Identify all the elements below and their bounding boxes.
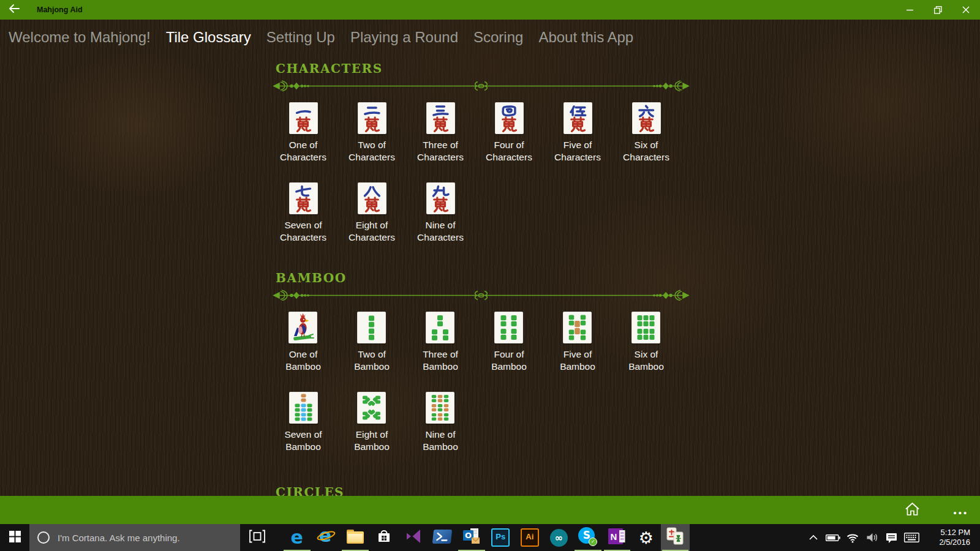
taskbar-app-visual-studio[interactable] (399, 524, 428, 551)
tile-image (426, 312, 454, 343)
tile-six-of-bamboo[interactable]: Six ofBamboo (628, 312, 664, 372)
taskbar-app-arduino[interactable]: ∞ (545, 524, 574, 551)
tile-label: One ofCharacters (280, 139, 326, 163)
taskbar-app-powershell[interactable] (428, 524, 458, 551)
section-divider (271, 80, 691, 91)
back-button[interactable] (0, 0, 28, 20)
taskbar-app-outlook[interactable]: O (457, 524, 486, 551)
ellipsis-icon: ••• (954, 508, 969, 518)
taskbar-app-mahjong-aid[interactable] (661, 524, 690, 551)
tile-five-of-characters[interactable]: Five ofCharacters (554, 102, 601, 163)
command-bar: ••• (0, 496, 980, 524)
search-input[interactable] (56, 532, 218, 544)
windows-logo-icon (9, 531, 21, 545)
taskbar-clock[interactable]: 5:12 PM 2/5/2016 (921, 528, 980, 547)
tile-image (632, 102, 661, 134)
skype-icon: S ✓ (578, 527, 597, 549)
tile-image (357, 392, 386, 424)
cortana-circle-icon (37, 531, 50, 544)
minimize-button[interactable] (895, 0, 924, 20)
tile-label: Nine ofBamboo (423, 429, 458, 452)
tile-one-of-bamboo[interactable]: One ofBamboo (285, 312, 321, 372)
tile-image (495, 102, 524, 134)
home-button[interactable] (898, 496, 926, 524)
taskbar-app-settings[interactable]: ⚙ (631, 524, 661, 551)
tile-nine-of-bamboo[interactable]: Nine ofBamboo (423, 392, 458, 452)
taskbar-app-edge[interactable]: e (282, 524, 312, 551)
home-icon (905, 502, 920, 519)
tile-two-of-bamboo[interactable]: Two ofBamboo (354, 312, 390, 372)
tile-nine-of-characters[interactable]: Nine ofCharacters (417, 182, 464, 243)
restore-button[interactable] (924, 0, 952, 20)
tile-three-of-bamboo[interactable]: Three ofBamboo (423, 312, 458, 372)
nav-item-setting-up[interactable]: Setting Up (266, 29, 335, 46)
window-title: Mahjong Aid (37, 6, 83, 14)
tray-battery-icon[interactable] (823, 524, 843, 551)
tile-seven-of-characters[interactable]: Seven ofCharacters (280, 182, 326, 243)
tile-four-of-characters[interactable]: Four ofCharacters (486, 102, 532, 163)
tile-label: Three ofCharacters (417, 139, 464, 163)
section-title-circles: CIRCLES (276, 484, 697, 496)
tray-touch-keyboard-icon[interactable] (902, 524, 921, 551)
task-view-button[interactable] (243, 524, 272, 551)
tile-four-of-bamboo[interactable]: Four ofBamboo (491, 312, 527, 372)
nav-bar: Welcome to Mahjong!Tile GlossarySetting … (0, 20, 980, 55)
tile-three-of-characters[interactable]: Three ofCharacters (417, 102, 464, 163)
file-explorer-icon (347, 530, 364, 546)
tile-image (426, 392, 454, 424)
tile-eight-of-characters[interactable]: Eight ofCharacters (349, 182, 395, 243)
nav-item-welcome-to-mahjong[interactable]: Welcome to Mahjong! (9, 29, 151, 46)
tray-wifi-icon[interactable] (843, 524, 862, 551)
cortana-search-box[interactable] (29, 524, 240, 551)
tray-chevron-up-icon[interactable] (804, 524, 823, 551)
tile-image (358, 182, 386, 214)
start-button[interactable] (0, 524, 29, 551)
tile-six-of-characters[interactable]: Six ofCharacters (623, 102, 669, 163)
tile-five-of-bamboo[interactable]: Five ofBamboo (560, 312, 595, 372)
taskbar-app-onenote[interactable]: N (603, 524, 632, 551)
edge-icon: e (291, 528, 303, 547)
nav-item-tile-glossary[interactable]: Tile Glossary (166, 29, 251, 46)
powershell-icon (433, 530, 451, 546)
restore-icon (934, 6, 942, 14)
nav-item-scoring[interactable]: Scoring (473, 29, 523, 46)
tile-label: Seven ofCharacters (280, 219, 326, 243)
settings-icon: ⚙ (639, 529, 654, 547)
tile-label: Two ofCharacters (349, 139, 395, 163)
nav-item-about-this-app[interactable]: About this App (538, 29, 633, 46)
taskbar-app-internet-explorer[interactable]: e (312, 524, 341, 551)
taskbar-app-photoshop[interactable]: Ps (486, 524, 516, 551)
task-view-icon (249, 530, 265, 545)
illustrator-icon: Ai (521, 528, 539, 547)
mahjong-aid-icon (665, 527, 685, 549)
tile-one-of-characters[interactable]: One ofCharacters (280, 102, 326, 163)
tile-image (426, 102, 455, 134)
tile-eight-of-bamboo[interactable]: Eight ofBamboo (354, 392, 390, 452)
taskbar-app-file-explorer[interactable] (341, 524, 370, 551)
tile-label: Six ofCharacters (623, 139, 669, 163)
tile-label: Six ofBamboo (628, 348, 664, 372)
visual-studio-icon (405, 528, 422, 547)
more-button[interactable]: ••• (947, 493, 975, 527)
svg-text:O: O (465, 531, 472, 540)
tile-label: Three ofBamboo (423, 348, 458, 372)
taskbar-app-illustrator[interactable]: Ai (515, 524, 545, 551)
system-tray: 5:12 PM 2/5/2016 (804, 524, 980, 551)
tile-grid-bamboo: One ofBamboo Two ofBamboo Three ofBamboo… (271, 312, 697, 452)
taskbar-app-store[interactable] (370, 524, 399, 551)
close-button[interactable] (952, 0, 980, 20)
taskbar: e e OPsAi∞ S ✓N⚙ 5:12 PM 2/5/2016 (0, 524, 980, 551)
taskbar-app-skype[interactable]: S ✓ (573, 524, 603, 551)
tile-grid-characters: One ofCharacters Two ofCharacters Three … (271, 102, 697, 243)
tile-two-of-characters[interactable]: Two ofCharacters (349, 102, 395, 163)
nav-item-playing-a-round[interactable]: Playing a Round (350, 29, 458, 46)
tray-action-center-icon[interactable] (882, 524, 902, 551)
tile-image (358, 102, 386, 134)
section-divider (271, 290, 691, 301)
tray-volume-icon[interactable] (862, 524, 882, 551)
tile-glossary-content: CHARACTERS One ofCharacters Two ofCharac… (271, 61, 697, 496)
tile-seven-of-bamboo[interactable]: Seven ofBamboo (284, 392, 322, 452)
tile-label: Eight ofCharacters (349, 219, 395, 243)
store-icon (375, 528, 393, 547)
tile-image (357, 312, 386, 343)
